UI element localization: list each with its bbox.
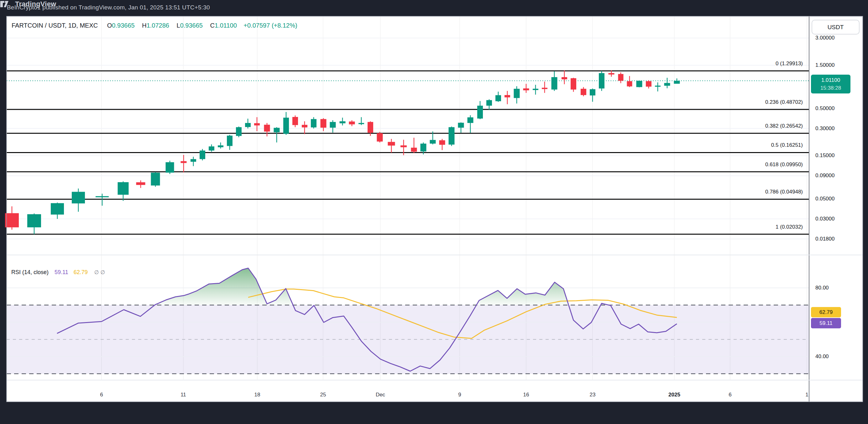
candle-body: [218, 145, 223, 147]
candle-body: [609, 73, 615, 74]
rsi-overbought-fill: [476, 282, 568, 305]
rsi-indicator-header[interactable]: RSI (14, close) 59.11 62.79 ∅ ∅: [11, 269, 105, 276]
candle-body: [136, 182, 146, 185]
candle-body: [166, 162, 174, 172]
candle-body: [292, 117, 298, 125]
candle-body: [400, 145, 407, 147]
candle-body: [330, 122, 336, 128]
candle-body: [430, 140, 436, 144]
symbol-header: FARTCOIN / USDT, 1D, MEXC O0.93665 H1.07…: [11, 22, 298, 29]
time-axis-label: 25: [304, 391, 342, 398]
time-axis-label: Dec: [362, 391, 399, 398]
publish-attribution-title: BeInCrypto1 published on TradingView.com…: [7, 4, 210, 11]
currency-unit-button[interactable]: USDT: [812, 20, 860, 34]
candle-body: [51, 203, 64, 215]
candle-body: [118, 182, 129, 195]
candle-body: [646, 81, 651, 87]
candle-body: [449, 127, 455, 145]
time-axis-label: 16: [507, 391, 545, 398]
candle-body: [388, 142, 395, 145]
low-value: 0.93665: [180, 22, 203, 29]
time-axis-label: 11: [164, 391, 202, 398]
candle-body: [637, 81, 642, 87]
fib-level-label: 0.786 (0.04948): [700, 189, 803, 195]
price-scale-label: 0.30000: [815, 125, 834, 132]
candle-body: [209, 146, 214, 150]
candle-body: [514, 89, 520, 98]
candle-body: [411, 148, 417, 152]
candle-body: [599, 73, 604, 88]
price-scale-label: 0.05000: [815, 195, 834, 202]
candle-body: [570, 78, 576, 89]
candle-body: [439, 140, 445, 145]
current-price-countdown: 15:38:28: [820, 84, 841, 92]
candle-body: [486, 100, 492, 106]
candle-body: [664, 83, 670, 86]
time-axis-label: 9: [441, 391, 478, 398]
rsi-hidden-values-icon: ∅ ∅: [94, 270, 105, 275]
candle-body: [523, 88, 529, 90]
candle-body: [5, 213, 19, 227]
price-scale-label: 0.01800: [815, 235, 834, 243]
candle-body: [349, 121, 355, 124]
rsi-line-axis-badge: 59.11: [811, 318, 841, 328]
fib-level-label: 0.618 (0.09950): [700, 161, 803, 168]
candle-body: [552, 77, 557, 90]
candle-body: [627, 81, 632, 87]
candle-body: [458, 123, 464, 128]
current-price-value: 1.01100: [821, 76, 840, 84]
candle-body: [421, 144, 427, 151]
time-axis-label: 1: [788, 391, 826, 398]
rsi-scale-label: 80.00: [815, 284, 829, 291]
candle-body: [581, 89, 586, 95]
time-axis-label: 23: [574, 391, 611, 398]
candle-body: [533, 89, 538, 90]
price-scale-label: 0.09000: [815, 172, 834, 179]
candle-body: [151, 172, 160, 185]
low-label: L: [177, 22, 180, 29]
time-axis-label: 6: [711, 391, 749, 398]
current-price-badge: 1.01100 15:38:28: [811, 75, 850, 93]
price-scale-label: 1.50000: [815, 62, 834, 69]
candle-body: [320, 119, 327, 128]
rsi-value: 59.11: [55, 269, 68, 275]
fib-level-label: 0 (1.29913): [700, 60, 803, 67]
fib-level-label: 0.5 (0.16251): [700, 142, 803, 149]
candle-body: [264, 125, 270, 132]
change-value: +0.07597 (+8.12%): [244, 22, 297, 29]
symbol-name: FARTCOIN / USDT, 1D, MEXC: [11, 22, 98, 29]
price-scale-label: 0.50000: [815, 105, 834, 112]
candle-body: [359, 123, 364, 124]
price-scale-label: 0.15000: [815, 152, 834, 159]
candle-body: [561, 77, 567, 79]
open-label: O: [107, 22, 112, 29]
candle-body: [245, 123, 251, 127]
candle-body: [274, 128, 280, 132]
candle-body: [674, 81, 680, 84]
candle-body: [655, 86, 660, 87]
candle-body: [283, 118, 289, 134]
time-axis-label: 6: [83, 391, 120, 398]
fib-level-label: 1 (0.02032): [700, 224, 803, 230]
candle-body: [311, 119, 316, 128]
high-value: 1.07286: [147, 22, 169, 29]
candle-body: [340, 121, 346, 123]
candle-body: [477, 106, 483, 118]
rsi-ma-value: 62.79: [74, 269, 88, 275]
rsi-ma-axis-badge: 62.79: [811, 307, 841, 317]
close-value: 1.01100: [215, 22, 237, 29]
candle-body: [27, 214, 41, 227]
candle-body: [618, 74, 624, 81]
candle-body: [236, 127, 242, 136]
candle-body: [504, 95, 510, 97]
candle-body: [590, 89, 595, 95]
candle-body: [302, 125, 307, 127]
rsi-overbought-fill: [155, 268, 293, 305]
fib-level-label: 0.236 (0.48702): [700, 99, 803, 106]
rsi-title: RSI (14, close): [11, 269, 49, 275]
candle-body: [181, 161, 187, 163]
time-axis-label: 18: [239, 391, 276, 398]
candle-body: [199, 150, 205, 159]
time-axis-label: 2025: [655, 391, 693, 398]
rsi-scale-label: 40.00: [815, 353, 829, 360]
